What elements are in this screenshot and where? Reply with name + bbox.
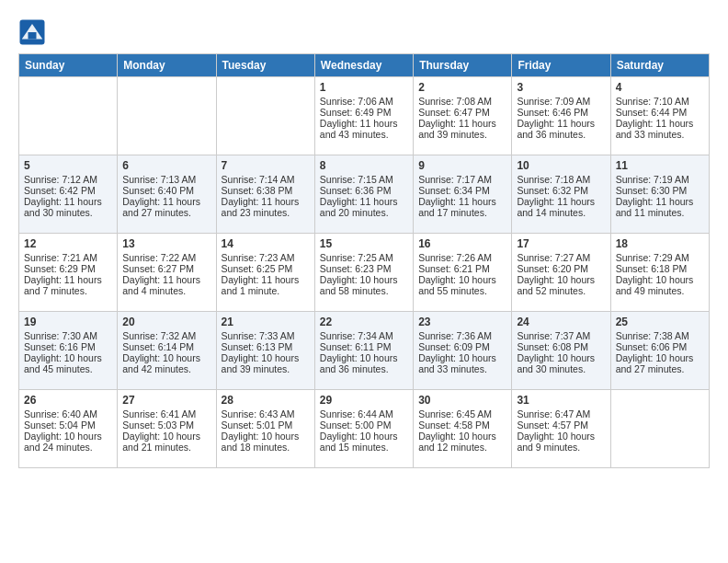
calendar-cell: 29Sunrise: 6:44 AMSunset: 5:00 PMDayligh… bbox=[314, 390, 413, 468]
daylight-text: Daylight: 10 hours and 49 minutes. bbox=[616, 274, 704, 296]
weekday-header-wednesday: Wednesday bbox=[314, 54, 413, 77]
daylight-text: Daylight: 10 hours and 9 minutes. bbox=[517, 431, 605, 453]
calendar-cell: 16Sunrise: 7:26 AMSunset: 6:21 PMDayligh… bbox=[414, 234, 512, 312]
sunset-text: Sunset: 6:20 PM bbox=[517, 263, 605, 274]
day-number: 16 bbox=[418, 237, 506, 250]
sunrise-text: Sunrise: 7:18 AM bbox=[517, 174, 605, 185]
calendar-week-row: 19Sunrise: 7:30 AMSunset: 6:16 PMDayligh… bbox=[19, 312, 710, 390]
day-number: 14 bbox=[222, 237, 310, 250]
calendar-cell: 23Sunrise: 7:36 AMSunset: 6:09 PMDayligh… bbox=[414, 312, 512, 390]
day-number: 22 bbox=[320, 316, 408, 328]
sunrise-text: Sunrise: 6:40 AM bbox=[24, 408, 112, 419]
daylight-text: Daylight: 10 hours and 30 minutes. bbox=[517, 352, 605, 374]
daylight-text: Daylight: 11 hours and 30 minutes. bbox=[24, 196, 112, 218]
calendar-cell: 5Sunrise: 7:12 AMSunset: 6:42 PMDaylight… bbox=[19, 155, 118, 234]
page-header bbox=[18, 18, 710, 46]
weekday-header-monday: Monday bbox=[118, 54, 216, 77]
sunset-text: Sunset: 6:40 PM bbox=[122, 185, 210, 196]
calendar-week-row: 1Sunrise: 7:06 AMSunset: 6:49 PMDaylight… bbox=[19, 77, 710, 155]
sunset-text: Sunset: 6:32 PM bbox=[517, 185, 605, 196]
calendar-cell: 22Sunrise: 7:34 AMSunset: 6:11 PMDayligh… bbox=[314, 312, 413, 390]
sunset-text: Sunset: 6:36 PM bbox=[320, 185, 408, 196]
daylight-text: Daylight: 10 hours and 18 minutes. bbox=[222, 431, 310, 453]
day-number: 30 bbox=[418, 394, 506, 407]
sunrise-text: Sunrise: 7:36 AM bbox=[418, 330, 506, 341]
sunrise-text: Sunrise: 7:30 AM bbox=[24, 330, 112, 341]
calendar-header-row: SundayMondayTuesdayWednesdayThursdayFrid… bbox=[19, 54, 710, 77]
sunset-text: Sunset: 6:49 PM bbox=[320, 107, 408, 118]
sunset-text: Sunset: 5:03 PM bbox=[122, 419, 210, 431]
day-number: 11 bbox=[616, 159, 704, 172]
day-number: 26 bbox=[24, 394, 112, 407]
sunrise-text: Sunrise: 7:32 AM bbox=[122, 330, 210, 341]
sunrise-text: Sunrise: 7:17 AM bbox=[418, 174, 506, 185]
sunset-text: Sunset: 6:09 PM bbox=[418, 341, 506, 352]
daylight-text: Daylight: 10 hours and 21 minutes. bbox=[122, 431, 210, 453]
calendar-cell: 20Sunrise: 7:32 AMSunset: 6:14 PMDayligh… bbox=[118, 312, 216, 390]
sunrise-text: Sunrise: 6:43 AM bbox=[222, 408, 310, 419]
day-number: 28 bbox=[222, 394, 310, 407]
calendar-cell: 11Sunrise: 7:19 AMSunset: 6:30 PMDayligh… bbox=[610, 155, 709, 234]
sunset-text: Sunset: 6:18 PM bbox=[616, 263, 704, 274]
daylight-text: Daylight: 11 hours and 20 minutes. bbox=[320, 196, 408, 218]
daylight-text: Daylight: 11 hours and 23 minutes. bbox=[222, 196, 310, 218]
sunrise-text: Sunrise: 6:44 AM bbox=[320, 408, 408, 419]
weekday-header-sunday: Sunday bbox=[19, 54, 118, 77]
sunset-text: Sunset: 6:29 PM bbox=[24, 263, 112, 274]
daylight-text: Daylight: 10 hours and 12 minutes. bbox=[418, 431, 506, 453]
calendar-cell: 9Sunrise: 7:17 AMSunset: 6:34 PMDaylight… bbox=[414, 155, 512, 234]
daylight-text: Daylight: 10 hours and 39 minutes. bbox=[222, 352, 310, 374]
day-number: 8 bbox=[320, 159, 408, 172]
daylight-text: Daylight: 11 hours and 14 minutes. bbox=[517, 196, 605, 218]
calendar-cell bbox=[19, 77, 118, 155]
sunset-text: Sunset: 4:57 PM bbox=[517, 419, 605, 431]
weekday-header-saturday: Saturday bbox=[610, 54, 709, 77]
day-number: 2 bbox=[418, 81, 506, 94]
day-number: 7 bbox=[222, 159, 310, 172]
sunrise-text: Sunrise: 7:14 AM bbox=[222, 174, 310, 185]
sunrise-text: Sunrise: 7:34 AM bbox=[320, 330, 408, 341]
day-number: 18 bbox=[616, 237, 704, 250]
calendar-cell: 14Sunrise: 7:23 AMSunset: 6:25 PMDayligh… bbox=[216, 234, 314, 312]
daylight-text: Daylight: 11 hours and 7 minutes. bbox=[24, 274, 112, 296]
daylight-text: Daylight: 10 hours and 58 minutes. bbox=[320, 274, 408, 296]
sunset-text: Sunset: 6:27 PM bbox=[122, 263, 210, 274]
daylight-text: Daylight: 10 hours and 45 minutes. bbox=[24, 352, 112, 374]
sunset-text: Sunset: 6:14 PM bbox=[122, 341, 210, 352]
calendar-cell: 3Sunrise: 7:09 AMSunset: 6:46 PMDaylight… bbox=[512, 77, 610, 155]
sunrise-text: Sunrise: 7:25 AM bbox=[320, 252, 408, 263]
daylight-text: Daylight: 10 hours and 24 minutes. bbox=[24, 431, 112, 453]
calendar-cell bbox=[610, 390, 709, 468]
sunrise-text: Sunrise: 7:08 AM bbox=[418, 96, 506, 107]
calendar-cell: 2Sunrise: 7:08 AMSunset: 6:47 PMDaylight… bbox=[414, 77, 512, 155]
day-number: 21 bbox=[222, 316, 310, 328]
day-number: 5 bbox=[24, 159, 112, 172]
calendar-cell: 30Sunrise: 6:45 AMSunset: 4:58 PMDayligh… bbox=[414, 390, 512, 468]
sunrise-text: Sunrise: 7:15 AM bbox=[320, 174, 408, 185]
day-number: 13 bbox=[122, 237, 210, 250]
general-blue-logo-icon bbox=[18, 18, 46, 46]
calendar-cell: 21Sunrise: 7:33 AMSunset: 6:13 PMDayligh… bbox=[216, 312, 314, 390]
day-number: 6 bbox=[122, 159, 210, 172]
calendar-cell: 18Sunrise: 7:29 AMSunset: 6:18 PMDayligh… bbox=[610, 234, 709, 312]
sunset-text: Sunset: 6:13 PM bbox=[222, 341, 310, 352]
sunset-text: Sunset: 6:42 PM bbox=[24, 185, 112, 196]
daylight-text: Daylight: 10 hours and 36 minutes. bbox=[320, 352, 408, 374]
daylight-text: Daylight: 11 hours and 4 minutes. bbox=[122, 274, 210, 296]
day-number: 4 bbox=[616, 81, 704, 94]
daylight-text: Daylight: 11 hours and 11 minutes. bbox=[616, 196, 704, 218]
day-number: 20 bbox=[122, 316, 210, 328]
calendar-cell: 10Sunrise: 7:18 AMSunset: 6:32 PMDayligh… bbox=[512, 155, 610, 234]
daylight-text: Daylight: 11 hours and 17 minutes. bbox=[418, 196, 506, 218]
sunset-text: Sunset: 6:16 PM bbox=[24, 341, 112, 352]
calendar-cell bbox=[216, 77, 314, 155]
calendar-cell: 26Sunrise: 6:40 AMSunset: 5:04 PMDayligh… bbox=[19, 390, 118, 468]
calendar-cell: 12Sunrise: 7:21 AMSunset: 6:29 PMDayligh… bbox=[19, 234, 118, 312]
day-number: 19 bbox=[24, 316, 112, 328]
weekday-header-thursday: Thursday bbox=[414, 54, 512, 77]
calendar-cell: 25Sunrise: 7:38 AMSunset: 6:06 PMDayligh… bbox=[610, 312, 709, 390]
daylight-text: Daylight: 11 hours and 27 minutes. bbox=[122, 196, 210, 218]
daylight-text: Daylight: 10 hours and 52 minutes. bbox=[517, 274, 605, 296]
day-number: 15 bbox=[320, 237, 408, 250]
day-number: 25 bbox=[616, 316, 704, 328]
